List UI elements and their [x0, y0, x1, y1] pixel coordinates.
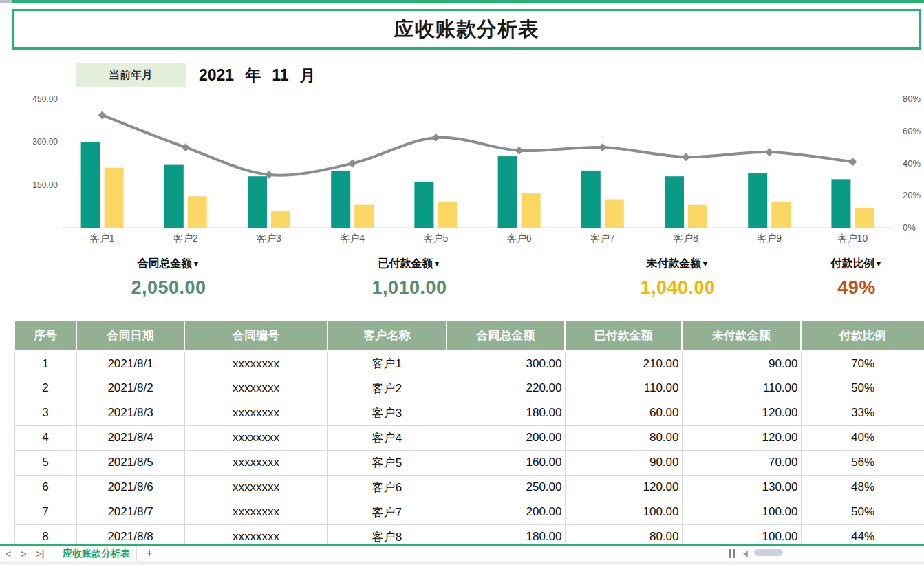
- status-strip: [0, 561, 924, 565]
- col-header-customer[interactable]: 客户名称: [327, 321, 447, 351]
- table-cell[interactable]: xxxxxxxx: [184, 351, 327, 376]
- table-cell[interactable]: 90.00: [682, 351, 801, 376]
- table-cell[interactable]: 80.00: [565, 524, 682, 544]
- table-cell[interactable]: 100.00: [682, 524, 801, 544]
- table-row: 32021/8/3xxxxxxxx客户3180.0060.00120.0033%: [14, 401, 924, 425]
- table-cell[interactable]: xxxxxxxx: [184, 425, 327, 450]
- table-cell[interactable]: 6: [14, 475, 76, 500]
- table-cell[interactable]: 180.00: [447, 401, 565, 425]
- bar-paid: [771, 202, 791, 228]
- table-cell[interactable]: 客户3: [327, 401, 447, 425]
- table-cell[interactable]: 44%: [801, 524, 924, 544]
- table-cell[interactable]: xxxxxxxx: [184, 450, 327, 475]
- table-cell[interactable]: 70.00: [682, 450, 801, 475]
- table-cell[interactable]: xxxxxxxx: [184, 475, 327, 500]
- table-cell[interactable]: 110.00: [682, 376, 801, 401]
- col-header-index[interactable]: 序号: [14, 321, 76, 351]
- table-cell[interactable]: 50%: [801, 500, 924, 524]
- table-cell[interactable]: 客户5: [327, 450, 447, 475]
- table-cell[interactable]: 130.00: [682, 475, 801, 500]
- table-cell[interactable]: 5: [14, 450, 76, 475]
- y-tick-label-left: 150.00: [32, 180, 58, 190]
- table-cell[interactable]: 180.00: [447, 524, 565, 544]
- table-cell[interactable]: 客户2: [327, 376, 447, 401]
- table-cell[interactable]: 8: [14, 524, 76, 544]
- table-cell[interactable]: 4: [14, 425, 76, 450]
- table-cell[interactable]: 160.00: [447, 450, 565, 475]
- table-cell[interactable]: 100.00: [565, 500, 682, 524]
- sheet-nav-prev-icon[interactable]: <: [6, 548, 11, 559]
- table-cell[interactable]: 40%: [801, 425, 924, 450]
- table-cell[interactable]: 210.00: [565, 351, 682, 376]
- summary-filter-paid[interactable]: 已付款金额▼: [306, 257, 513, 271]
- table-cell[interactable]: 50%: [801, 376, 924, 401]
- table-cell[interactable]: 2021/8/6: [76, 475, 184, 500]
- summary-filter-unpaid[interactable]: 未付款金额▼: [574, 257, 781, 271]
- col-header-ratio[interactable]: 付款比例: [801, 321, 924, 351]
- table-cell[interactable]: 2021/8/8: [76, 524, 184, 544]
- table-cell[interactable]: 客户8: [327, 524, 447, 544]
- scroll-left-arrow-icon[interactable]: [743, 551, 748, 557]
- table-cell[interactable]: xxxxxxxx: [184, 500, 327, 524]
- sheet-nav-last-icon[interactable]: >|: [36, 548, 44, 559]
- table-cell[interactable]: 300.00: [447, 351, 565, 376]
- bar-paid: [855, 208, 874, 228]
- table-cell[interactable]: 2021/8/4: [76, 425, 184, 450]
- table-cell[interactable]: 200.00: [447, 500, 565, 524]
- combo-chart[interactable]: 450.00300.00150.00-80%60%40%20%0%客户1客户2客…: [0, 92, 924, 250]
- table-cell[interactable]: 70%: [801, 351, 924, 376]
- table-cell[interactable]: 客户7: [327, 500, 447, 524]
- table-cell[interactable]: 7: [14, 500, 76, 524]
- table-cell[interactable]: xxxxxxxx: [184, 376, 327, 401]
- table-cell[interactable]: 100.00: [682, 500, 801, 524]
- table-cell[interactable]: 250.00: [447, 475, 565, 500]
- bar-paid: [271, 211, 290, 228]
- table-cell[interactable]: 客户1: [327, 351, 447, 376]
- table-cell[interactable]: 110.00: [565, 376, 682, 401]
- summary-filter-ratio[interactable]: 付款比例▼: [760, 257, 924, 271]
- sheet-nav: < > >|: [6, 546, 44, 561]
- table-cell[interactable]: 200.00: [447, 425, 565, 450]
- table-cell[interactable]: 48%: [801, 475, 924, 500]
- table-cell[interactable]: 120.00: [565, 475, 682, 500]
- table-cell[interactable]: xxxxxxxx: [184, 524, 327, 544]
- table-cell[interactable]: xxxxxxxx: [184, 401, 327, 425]
- hscroll-thumb[interactable]: [754, 549, 783, 556]
- add-sheet-button[interactable]: +: [140, 546, 158, 561]
- col-header-total[interactable]: 合同总金额: [447, 321, 565, 351]
- x-tick-label: 客户6: [507, 233, 532, 244]
- sheet-nav-next-icon[interactable]: >: [21, 548, 26, 559]
- table-cell[interactable]: 2021/8/7: [76, 500, 184, 524]
- table-cell[interactable]: 2: [14, 376, 76, 401]
- table-cell[interactable]: 120.00: [682, 425, 801, 450]
- table-cell[interactable]: 2021/8/3: [76, 401, 184, 425]
- table-cell[interactable]: 客户4: [327, 425, 447, 450]
- summary-filter-total[interactable]: 合同总金额▼: [65, 257, 272, 271]
- table-cell[interactable]: 2021/8/5: [76, 450, 184, 475]
- col-header-unpaid[interactable]: 未付款金额: [682, 321, 801, 351]
- period-value-cell[interactable]: 2021 年 11 月: [199, 63, 316, 87]
- table-cell[interactable]: 1: [14, 351, 76, 376]
- bar-paid: [354, 205, 374, 228]
- col-header-paid[interactable]: 已付款金额: [565, 321, 682, 351]
- table-cell[interactable]: 80.00: [565, 425, 682, 450]
- table-cell[interactable]: 90.00: [565, 450, 682, 475]
- hscroll-splitter[interactable]: [729, 549, 735, 558]
- summary-card-unpaid: 未付款金额▼ 1,040.00: [574, 257, 781, 299]
- sheet-tab-active[interactable]: 应收账款分析表: [56, 546, 137, 561]
- col-header-contract-no[interactable]: 合同编号: [184, 321, 327, 351]
- table-cell[interactable]: 56%: [801, 450, 924, 475]
- table-cell[interactable]: 客户6: [327, 475, 447, 500]
- table-cell[interactable]: 60.00: [565, 401, 682, 425]
- table-row: 22021/8/2xxxxxxxx客户2220.00110.00110.0050…: [14, 376, 924, 401]
- table-cell[interactable]: 220.00: [447, 376, 565, 401]
- corner-chip: [0, 0, 12, 3]
- table-cell[interactable]: 120.00: [682, 401, 801, 425]
- table-cell[interactable]: 2021/8/1: [76, 351, 184, 376]
- table-cell[interactable]: 33%: [801, 401, 924, 425]
- y-tick-label-left: 450.00: [32, 94, 58, 104]
- table-cell[interactable]: 3: [14, 401, 76, 425]
- table-cell[interactable]: 2021/8/2: [76, 376, 184, 401]
- col-header-date[interactable]: 合同日期: [76, 321, 184, 351]
- spreadsheet-view: 应收账款分析表 当前年月 2021 年 11 月 450.00300.00150…: [0, 0, 924, 565]
